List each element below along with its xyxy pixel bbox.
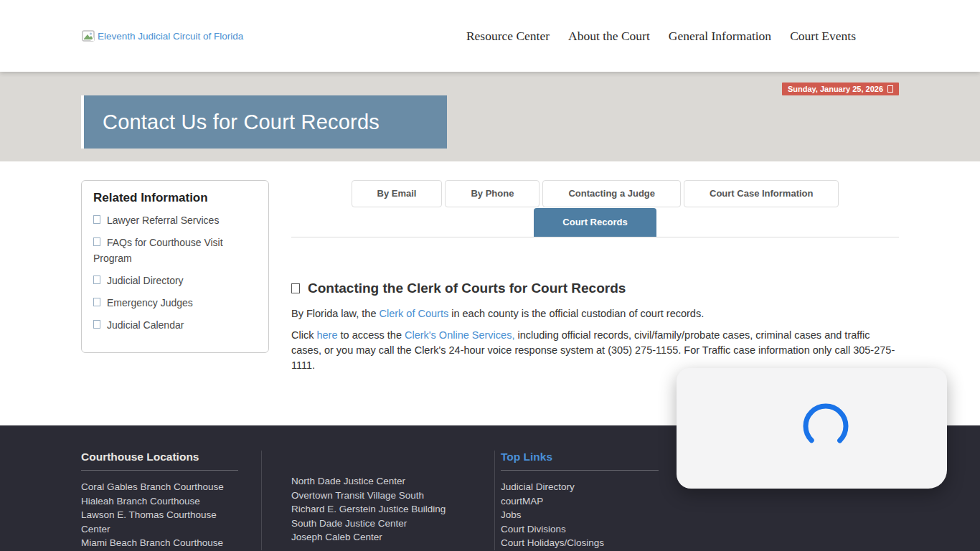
footer-link-court-divisions[interactable]: Court Divisions bbox=[501, 522, 659, 537]
tab-court-records-active[interactable]: Court Records bbox=[534, 208, 656, 237]
related-information-title: Related Information bbox=[93, 191, 257, 205]
date-badge-label: Sunday, January 25, 2026 bbox=[788, 85, 883, 93]
tab-by-email[interactable]: By Email bbox=[352, 180, 443, 207]
sidebar-item-judicial-calendar[interactable]: Judicial Calendar bbox=[93, 317, 257, 333]
footer-link-south-dade[interactable]: South Dade Justice Center bbox=[291, 517, 451, 531]
footer-link-joseph-caleb[interactable]: Joseph Caleb Center bbox=[291, 530, 451, 545]
sidebar-item-emergency-judges[interactable]: Emergency Judges bbox=[93, 295, 257, 311]
hero-band: Sunday, January 25, 2026 Contact Us for … bbox=[0, 72, 980, 161]
main-nav: Resource Center About the Court General … bbox=[466, 29, 856, 44]
tab-by-phone[interactable]: By Phone bbox=[445, 180, 540, 207]
footer-top-links: Top Links Judicial Directory courtMAP Jo… bbox=[495, 451, 659, 550]
contact-tabs: By Email By Phone Contacting a Judge Cou… bbox=[291, 180, 899, 237]
nav-general-information[interactable]: General Information bbox=[669, 29, 771, 44]
footer-link-judicial-directory[interactable]: Judicial Directory bbox=[501, 480, 659, 494]
site-logo[interactable]: Eleventh Judicial Circuit of Florida bbox=[81, 29, 243, 43]
clerks-online-services-link[interactable]: Clerk's Online Services, bbox=[405, 329, 514, 341]
footer-link-jobs[interactable]: Jobs bbox=[501, 508, 659, 522]
clerk-of-courts-link[interactable]: Clerk of Courts bbox=[380, 308, 449, 319]
list-bullet-icon bbox=[93, 320, 100, 329]
footer-link-hialeah[interactable]: Hialeah Branch Courthouse bbox=[81, 494, 238, 509]
header: Eleventh Judicial Circuit of Florida Res… bbox=[0, 0, 980, 72]
list-bullet-icon bbox=[93, 215, 100, 224]
footer-link-overtown[interactable]: Overtown Transit Village South bbox=[291, 489, 451, 503]
footer-link-court-holidays[interactable]: Court Holidays/Closings bbox=[501, 536, 659, 550]
nav-court-events[interactable]: Court Events bbox=[790, 29, 856, 44]
related-information-panel: Related Information Lawyer Referral Serv… bbox=[81, 180, 269, 353]
sidebar-item-lawyer-referral[interactable]: Lawyer Referral Services bbox=[93, 212, 257, 228]
tab-contacting-a-judge[interactable]: Contacting a Judge bbox=[542, 180, 681, 207]
footer-courthouse-locations-col1: Courthouse Locations Coral Gables Branch… bbox=[81, 451, 262, 550]
section-icon bbox=[291, 283, 300, 293]
main-content: Related Information Lawyer Referral Serv… bbox=[81, 161, 899, 373]
courthouse-locations-heading: Courthouse Locations bbox=[81, 451, 238, 471]
sidebar-item-faqs-courthouse-visit[interactable]: FAQs for Courthouse Visit Program bbox=[93, 235, 257, 266]
loading-widget bbox=[677, 368, 947, 489]
footer-link-lawson-thomas[interactable]: Lawson E. Thomas Courthouse Center bbox=[81, 508, 238, 536]
list-bullet-icon bbox=[93, 298, 100, 306]
list-bullet-icon bbox=[93, 276, 100, 284]
nav-resource-center[interactable]: Resource Center bbox=[466, 29, 550, 44]
list-bullet-icon bbox=[93, 237, 100, 246]
paragraph-online-services: Click here to access the Clerk's Online … bbox=[291, 328, 899, 373]
page-title: Contact Us for Court Records bbox=[81, 95, 447, 149]
broken-image-icon bbox=[81, 29, 95, 43]
top-links-heading: Top Links bbox=[501, 451, 659, 471]
nav-about-the-court[interactable]: About the Court bbox=[568, 29, 650, 44]
footer-link-courtmap[interactable]: courtMAP bbox=[501, 494, 659, 509]
footer-link-north-dade[interactable]: North Dade Justice Center bbox=[291, 474, 451, 489]
section-heading: Contacting the Clerk of Courts for Court… bbox=[291, 279, 899, 298]
tab-court-case-information[interactable]: Court Case Information bbox=[684, 180, 839, 207]
footer-link-coral-gables[interactable]: Coral Gables Branch Courthouse bbox=[81, 480, 238, 494]
logo-text: Eleventh Judicial Circuit of Florida bbox=[98, 31, 243, 42]
paragraph-custodian: By Florida law, the Clerk of Courts in e… bbox=[291, 306, 899, 321]
footer-courthouse-locations-col2: North Dade Justice Center Overtown Trans… bbox=[262, 451, 495, 550]
loading-spinner bbox=[802, 402, 849, 450]
footer-link-gerstein[interactable]: Richard E. Gerstein Justice Building bbox=[291, 502, 451, 517]
date-badge: Sunday, January 25, 2026 bbox=[782, 83, 899, 95]
here-link[interactable]: here bbox=[316, 329, 337, 341]
sidebar-item-judicial-directory[interactable]: Judicial Directory bbox=[93, 273, 257, 288]
calendar-icon bbox=[887, 85, 893, 93]
footer-link-miami-beach[interactable]: Miami Beach Branch Courthouse bbox=[81, 536, 238, 550]
content-column: By Email By Phone Contacting a Judge Cou… bbox=[291, 180, 899, 373]
